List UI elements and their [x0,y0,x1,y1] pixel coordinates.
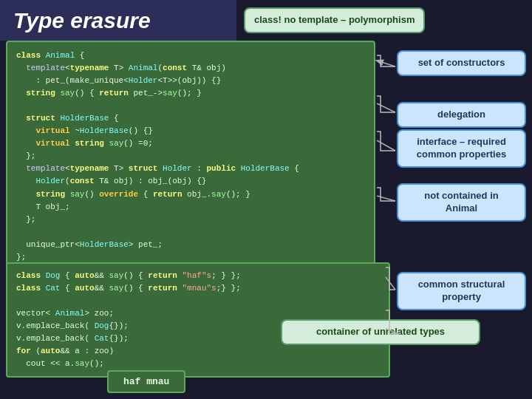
svg-line-2 [377,140,395,151]
page-title: Type erasure [13,8,151,33]
annotation-delegation: delegation [397,102,526,128]
polymorphism-label: class! no template – polymorphism [254,14,415,25]
annotation-common-structural: common structuralproperty [397,272,526,310]
svg-line-0 [377,61,395,66]
interface-required-label: interface – requiredcommon properties [417,136,506,160]
annotation-set-of-constructors: set of constructors [397,50,526,76]
output-bubble: haf mnau [107,370,185,393]
delegation-label: delegation [437,109,485,120]
main-code-block: class Animal { template<typename T> Anim… [6,41,375,273]
svg-line-3 [377,196,395,201]
output-label: haf mnau [123,376,169,387]
svg-line-1 [377,103,395,112]
annotation-not-contained: not contained inAnimal [397,183,526,222]
set-of-constructors-label: set of constructors [418,57,505,68]
annotation-interface-required: interface – requiredcommon properties [397,129,526,168]
polymorphism-bubble: class! no template – polymorphism [244,7,425,33]
not-contained-label: not contained inAnimal [424,190,498,214]
annotation-container-unrelated: container of unrelated types [281,319,480,345]
title-area: Type erasure [0,0,236,41]
common-structural-label: common structuralproperty [418,279,505,302]
container-unrelated-label: container of unrelated types [316,326,445,337]
